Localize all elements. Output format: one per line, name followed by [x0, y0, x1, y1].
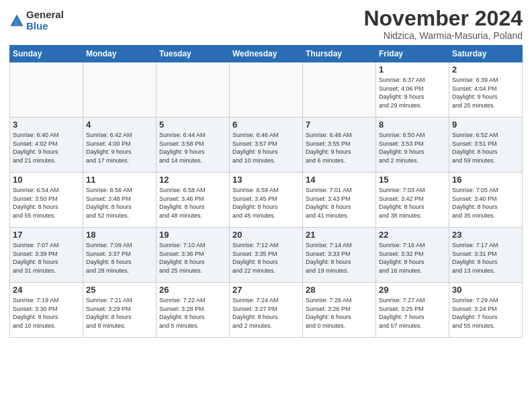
day-number: 15	[379, 175, 446, 185]
day-info: Sunrise: 6:44 AMSunset: 3:58 PMDaylight:…	[159, 131, 226, 165]
day-info: Sunrise: 6:56 AMSunset: 3:48 PMDaylight:…	[86, 186, 153, 220]
day-number: 25	[86, 285, 153, 295]
table-row: 2Sunrise: 6:39 AMSunset: 4:04 PMDaylight…	[449, 62, 523, 118]
table-row: 27Sunrise: 7:24 AMSunset: 3:27 PMDayligh…	[230, 283, 303, 338]
table-row: 22Sunrise: 7:16 AMSunset: 3:32 PMDayligh…	[376, 228, 449, 283]
month-title: November 2024	[363, 7, 523, 30]
table-row: 11Sunrise: 6:56 AMSunset: 3:48 PMDayligh…	[83, 173, 157, 228]
table-row	[83, 62, 157, 118]
day-number: 23	[452, 230, 519, 240]
table-row: 1Sunrise: 6:37 AMSunset: 4:06 PMDaylight…	[376, 62, 449, 118]
day-info: Sunrise: 7:17 AMSunset: 3:31 PMDaylight:…	[452, 241, 519, 275]
day-number: 29	[379, 285, 446, 295]
day-number: 18	[86, 230, 153, 240]
day-info: Sunrise: 6:37 AMSunset: 4:06 PMDaylight:…	[379, 76, 446, 109]
table-row	[10, 62, 83, 118]
day-number: 9	[452, 120, 519, 130]
logo-general-text: General	[26, 9, 64, 21]
day-number: 2	[452, 64, 519, 75]
table-row: 26Sunrise: 7:22 AMSunset: 3:28 PMDayligh…	[157, 283, 230, 338]
day-number: 19	[159, 230, 226, 240]
calendar-table: Sunday Monday Tuesday Wednesday Thursday…	[9, 45, 523, 338]
day-info: Sunrise: 6:52 AMSunset: 3:51 PMDaylight:…	[452, 131, 519, 165]
day-info: Sunrise: 6:50 AMSunset: 3:53 PMDaylight:…	[379, 131, 446, 165]
day-number: 17	[13, 230, 80, 240]
day-number: 8	[379, 120, 446, 130]
day-info: Sunrise: 7:03 AMSunset: 3:42 PMDaylight:…	[379, 186, 446, 220]
day-number: 16	[452, 175, 519, 185]
col-saturday: Saturday	[449, 46, 523, 62]
day-number: 30	[452, 285, 519, 295]
day-number: 4	[86, 120, 153, 130]
table-row: 21Sunrise: 7:14 AMSunset: 3:33 PMDayligh…	[303, 228, 376, 283]
day-number: 22	[379, 230, 446, 240]
table-row: 17Sunrise: 7:07 AMSunset: 3:39 PMDayligh…	[10, 228, 83, 283]
day-number: 1	[379, 64, 446, 75]
day-info: Sunrise: 7:12 AMSunset: 3:35 PMDaylight:…	[232, 241, 300, 275]
table-row: 25Sunrise: 7:21 AMSunset: 3:29 PMDayligh…	[83, 283, 157, 338]
table-row	[303, 62, 376, 118]
day-info: Sunrise: 6:39 AMSunset: 4:04 PMDaylight:…	[452, 76, 519, 109]
table-row: 29Sunrise: 7:27 AMSunset: 3:25 PMDayligh…	[376, 283, 449, 338]
day-number: 3	[13, 120, 80, 130]
col-friday: Friday	[376, 46, 449, 62]
table-row: 4Sunrise: 6:42 AMSunset: 4:00 PMDaylight…	[83, 118, 157, 173]
day-number: 13	[232, 175, 300, 185]
day-number: 12	[159, 175, 226, 185]
col-wednesday: Wednesday	[230, 46, 303, 62]
calendar-header-row: Sunday Monday Tuesday Wednesday Thursday…	[10, 46, 523, 62]
location-subtitle: Nidzica, Warmia-Masuria, Poland	[363, 30, 523, 41]
day-info: Sunrise: 6:58 AMSunset: 3:46 PMDaylight:…	[159, 186, 226, 220]
table-row: 7Sunrise: 6:48 AMSunset: 3:55 PMDaylight…	[303, 118, 376, 173]
calendar-week-row: 10Sunrise: 6:54 AMSunset: 3:50 PMDayligh…	[10, 173, 523, 228]
page-header: General Blue November 2024 Nidzica, Warm…	[9, 7, 523, 41]
day-info: Sunrise: 7:19 AMSunset: 3:30 PMDaylight:…	[13, 296, 80, 330]
day-info: Sunrise: 6:42 AMSunset: 4:00 PMDaylight:…	[86, 131, 153, 165]
table-row: 20Sunrise: 7:12 AMSunset: 3:35 PMDayligh…	[230, 228, 303, 283]
day-number: 10	[13, 175, 80, 185]
title-block: November 2024 Nidzica, Warmia-Masuria, P…	[363, 7, 523, 41]
table-row: 13Sunrise: 6:59 AMSunset: 3:45 PMDayligh…	[230, 173, 303, 228]
table-row: 18Sunrise: 7:09 AMSunset: 3:37 PMDayligh…	[83, 228, 157, 283]
table-row: 28Sunrise: 7:26 AMSunset: 3:26 PMDayligh…	[303, 283, 376, 338]
day-number: 27	[232, 285, 300, 295]
day-info: Sunrise: 6:40 AMSunset: 4:02 PMDaylight:…	[13, 131, 80, 165]
day-number: 11	[86, 175, 153, 185]
day-info: Sunrise: 7:24 AMSunset: 3:27 PMDaylight:…	[232, 296, 300, 330]
day-info: Sunrise: 7:26 AMSunset: 3:26 PMDaylight:…	[306, 296, 373, 330]
col-tuesday: Tuesday	[157, 46, 230, 62]
day-number: 7	[306, 120, 373, 130]
day-number: 14	[306, 175, 373, 185]
day-number: 6	[232, 120, 300, 130]
day-info: Sunrise: 7:01 AMSunset: 3:43 PMDaylight:…	[306, 186, 373, 220]
day-number: 20	[232, 230, 300, 240]
table-row: 3Sunrise: 6:40 AMSunset: 4:02 PMDaylight…	[10, 118, 83, 173]
day-info: Sunrise: 6:59 AMSunset: 3:45 PMDaylight:…	[232, 186, 300, 220]
table-row: 12Sunrise: 6:58 AMSunset: 3:46 PMDayligh…	[157, 173, 230, 228]
logo-blue-text: Blue	[26, 21, 64, 32]
table-row	[230, 62, 303, 118]
day-info: Sunrise: 6:46 AMSunset: 3:57 PMDaylight:…	[232, 131, 300, 165]
table-row: 23Sunrise: 7:17 AMSunset: 3:31 PMDayligh…	[449, 228, 523, 283]
table-row: 9Sunrise: 6:52 AMSunset: 3:51 PMDaylight…	[449, 118, 523, 173]
calendar-week-row: 3Sunrise: 6:40 AMSunset: 4:02 PMDaylight…	[10, 118, 523, 173]
day-info: Sunrise: 7:09 AMSunset: 3:37 PMDaylight:…	[86, 241, 153, 275]
day-info: Sunrise: 7:07 AMSunset: 3:39 PMDaylight:…	[13, 241, 80, 275]
calendar-week-row: 1Sunrise: 6:37 AMSunset: 4:06 PMDaylight…	[10, 62, 523, 118]
table-row: 30Sunrise: 7:29 AMSunset: 3:24 PMDayligh…	[449, 283, 523, 338]
day-number: 21	[306, 230, 373, 240]
calendar-week-row: 17Sunrise: 7:07 AMSunset: 3:39 PMDayligh…	[10, 228, 523, 283]
day-number: 5	[159, 120, 226, 130]
col-monday: Monday	[83, 46, 157, 62]
day-info: Sunrise: 7:29 AMSunset: 3:24 PMDaylight:…	[452, 296, 519, 330]
col-thursday: Thursday	[303, 46, 376, 62]
table-row: 16Sunrise: 7:05 AMSunset: 3:40 PMDayligh…	[449, 173, 523, 228]
table-row: 24Sunrise: 7:19 AMSunset: 3:30 PMDayligh…	[10, 283, 83, 338]
day-info: Sunrise: 6:54 AMSunset: 3:50 PMDaylight:…	[13, 186, 80, 220]
col-sunday: Sunday	[10, 46, 83, 62]
logo: General Blue	[9, 9, 64, 32]
day-info: Sunrise: 7:14 AMSunset: 3:33 PMDaylight:…	[306, 241, 373, 275]
table-row: 6Sunrise: 6:46 AMSunset: 3:57 PMDaylight…	[230, 118, 303, 173]
table-row: 10Sunrise: 6:54 AMSunset: 3:50 PMDayligh…	[10, 173, 83, 228]
table-row	[157, 62, 230, 118]
